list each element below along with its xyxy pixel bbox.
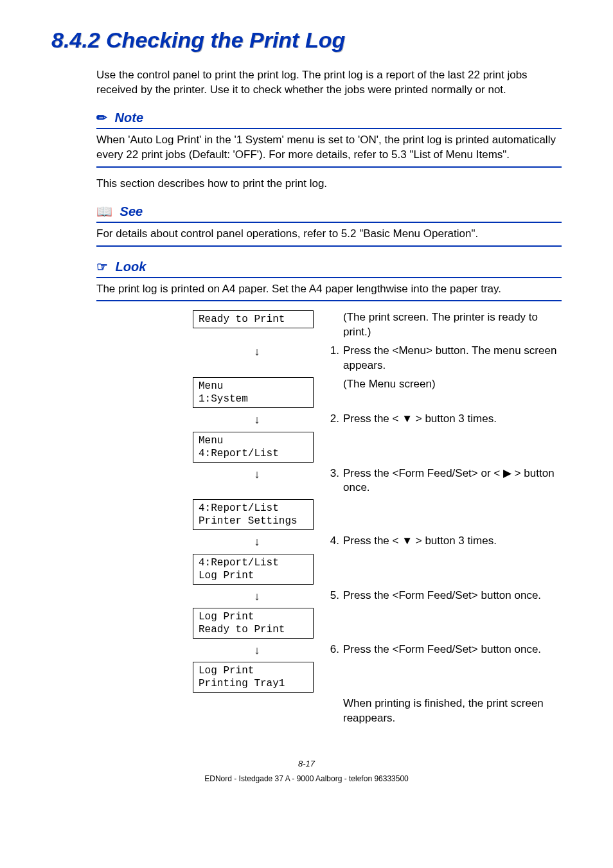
book-icon: 📖 bbox=[96, 204, 112, 218]
see-text: For details about control panel operatio… bbox=[96, 227, 562, 242]
lcd-screen-6: Log Print Printing Tray1 bbox=[193, 662, 314, 693]
intro-paragraph: Use the control panel to print the print… bbox=[96, 68, 562, 98]
note-text: When 'Auto Log Print' in the '1 System' … bbox=[96, 133, 562, 163]
footer-text: EDNord - Istedgade 37 A - 9000 Aalborg -… bbox=[51, 774, 562, 784]
note-rule-top bbox=[96, 128, 562, 129]
look-rule-top bbox=[96, 277, 562, 278]
note-icon: ✏ bbox=[96, 111, 107, 125]
step-number: 1. bbox=[321, 344, 343, 359]
look-header: ☞ Look bbox=[96, 258, 562, 276]
see-label: See bbox=[120, 204, 143, 218]
see-rule-bottom bbox=[96, 245, 562, 247]
lcd-screen-2: Menu 4:Report/List bbox=[193, 432, 314, 463]
arrow-down-icon: ↓ bbox=[254, 412, 260, 427]
step-number: 5. bbox=[321, 589, 343, 603]
step-desc-1: (The Menu screen) bbox=[343, 377, 562, 392]
step-number: 4. bbox=[321, 534, 343, 549]
look-label: Look bbox=[116, 260, 147, 274]
look-rule-bottom bbox=[96, 300, 562, 301]
step-text-5: Press the <Form Feed/Set> button once. bbox=[343, 589, 562, 603]
mid-paragraph: This section describes how to print the … bbox=[96, 177, 562, 191]
step-number: 3. bbox=[321, 466, 343, 481]
lcd-screen-3: 4:Report/List Printer Settings bbox=[193, 499, 314, 530]
step-text-6: Press the <Form Feed/Set> button once. bbox=[343, 642, 562, 657]
lcd-screen-0: Ready to Print bbox=[193, 310, 314, 328]
arrow-down-icon: ↓ bbox=[254, 344, 260, 359]
final-text: When printing is finished, the print scr… bbox=[343, 696, 562, 726]
step-number: 2. bbox=[321, 412, 343, 427]
note-rule-bottom bbox=[96, 166, 562, 168]
arrow-down-icon: ↓ bbox=[254, 534, 260, 549]
lcd-screen-5: Log Print Ready to Print bbox=[193, 608, 314, 639]
lcd-screen-1: Menu 1:System bbox=[193, 377, 314, 408]
step-text-4: Press the < ▼ > button 3 times. bbox=[343, 534, 562, 549]
see-header: 📖 See bbox=[96, 203, 562, 220]
see-rule-top bbox=[96, 222, 562, 223]
arrow-down-icon: ↓ bbox=[254, 642, 260, 658]
step-number: 6. bbox=[321, 642, 343, 657]
step-text-3: Press the <Form Feed/Set> or < ▶ > butto… bbox=[343, 466, 562, 496]
hand-icon: ☞ bbox=[96, 260, 108, 274]
step-desc-0: (The print screen. The printer is ready … bbox=[343, 310, 562, 340]
arrow-down-icon: ↓ bbox=[254, 589, 260, 604]
arrow-down-icon: ↓ bbox=[254, 466, 260, 482]
step-text-1: Press the <Menu> button. The menu screen… bbox=[343, 344, 562, 373]
step-text-2: Press the < ▼ > button 3 times. bbox=[343, 412, 562, 427]
note-header: ✏ Note bbox=[96, 109, 562, 127]
section-heading: 8.4.2 Checking the Print Log bbox=[51, 26, 562, 55]
look-text: The print log is printed on A4 paper. Se… bbox=[96, 282, 562, 297]
page-number: 8-17 bbox=[51, 758, 562, 770]
note-label: Note bbox=[115, 111, 143, 125]
lcd-screen-4: 4:Report/List Log Print bbox=[193, 554, 314, 585]
